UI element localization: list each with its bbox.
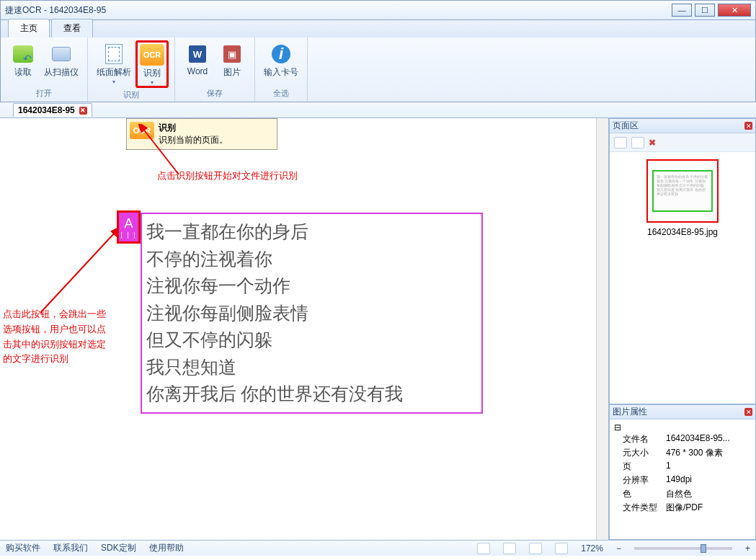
recognize-tooltip: OCR 识别 识别当前的页面。	[126, 118, 277, 150]
annotation-top: 点击识别按钮开始对文件进行识别	[157, 169, 298, 184]
status-link-contact[interactable]: 联系我们	[53, 542, 88, 554]
from-scanner-button[interactable]: 从扫描仪	[41, 40, 81, 86]
view-tool-4[interactable]	[555, 543, 568, 554]
document-view[interactable]: OCR 识别 识别当前的页面。 点击识别按钮开始对文件进行识别 点击此按钮，会跳…	[0, 118, 609, 540]
zoom-slider[interactable]	[634, 547, 732, 550]
ocr-icon: OCR	[130, 122, 154, 139]
close-icon[interactable]: ✕	[79, 107, 87, 115]
close-button[interactable]: ✕	[718, 4, 751, 17]
minimize-button[interactable]: —	[672, 4, 692, 17]
status-link-help[interactable]: 使用帮助	[149, 542, 184, 554]
close-icon[interactable]: ✕	[744, 122, 752, 130]
window-title: 捷速OCR - 1642034E8-95	[5, 4, 106, 17]
delete-icon[interactable]: ✖	[649, 138, 656, 148]
folder-icon	[11, 42, 35, 66]
page-icon	[102, 42, 126, 66]
prop-row: 页1	[613, 460, 752, 474]
group-label-selectall: 全选	[273, 86, 289, 100]
recognize-button[interactable]: OCR 识别 ▾	[135, 40, 169, 88]
group-label-open: 打开	[36, 86, 52, 100]
prop-row: 文件名1642034E8-95...	[613, 432, 752, 446]
view-tool-3[interactable]	[529, 543, 542, 554]
recognition-region[interactable]: 我一直都在你的身后 不停的注视着你 注视你每一个动作 注视你每副侧脸表情 但又不…	[141, 213, 483, 414]
thumbnail-area: 我一直都在你的身后 不停的注视着你 注视你每一个动作 注视你每副侧脸表情 但又不…	[610, 152, 755, 404]
ribbon: 读取 从扫描仪 打开 纸面解析 ▾ OCR 识别 ▾ 识别	[0, 37, 756, 102]
thumbnail-toolbar: ✖	[610, 133, 755, 152]
status-bar: 购买软件 联系我们 SDK定制 使用帮助 172% − +	[0, 540, 756, 556]
title-bar: 捷速OCR - 1642034E8-95 — ☐ ✕	[0, 0, 756, 20]
scanner-icon	[49, 42, 74, 66]
status-link-sdk[interactable]: SDK定制	[101, 542, 136, 554]
chevron-down-icon: ▾	[112, 79, 115, 85]
zoom-out-icon[interactable]: −	[616, 543, 621, 554]
property-tree: ⊟ 文件名1642034E8-95... 元大小476 * 300 像素 页1 …	[610, 419, 755, 517]
props-panel-header: 图片属性 ✕	[610, 405, 755, 419]
save-word-button[interactable]: W Word	[181, 40, 214, 86]
group-label-save: 保存	[207, 86, 223, 100]
svg-line-1	[40, 232, 115, 313]
word-icon: W	[185, 42, 210, 66]
prop-row: 元大小476 * 300 像素	[613, 446, 752, 460]
group-label-recognize: 识别	[123, 88, 139, 102]
vertical-scrollbar[interactable]	[596, 118, 608, 540]
view-tool-1[interactable]	[477, 543, 490, 554]
prop-row: 文件类型图像/PDF	[613, 501, 752, 515]
document-tab[interactable]: 1642034E8-95 ✕	[13, 103, 92, 117]
zoom-value: 172%	[581, 543, 603, 554]
open-button[interactable]: 读取	[6, 40, 40, 86]
view-tool-2[interactable]	[503, 543, 516, 554]
page-thumbnail[interactable]: 我一直都在你的身后 不停的注视着你 注视你每一个动作 注视你每副侧脸表情 但又不…	[646, 159, 719, 223]
status-link-buy[interactable]: 购买软件	[6, 542, 40, 554]
page-analyze-button[interactable]: 纸面解析 ▾	[94, 40, 134, 88]
tree-collapse-icon[interactable]: ⊟	[613, 422, 752, 432]
list-view-button[interactable]	[631, 137, 644, 148]
thumbnail-label: 1642034E8-95.jpg	[647, 227, 718, 237]
document-tab-bar: 1642034E8-95 ✕	[0, 102, 756, 118]
tab-home[interactable]: 主页	[8, 19, 50, 37]
annotation-left: 点击此按钮，会跳出一些选项按钮，用户也可以点击其中的识别按钮对选定的文字进行识别	[3, 307, 111, 367]
chevron-down-icon: ▾	[151, 79, 154, 86]
zoom-in-icon[interactable]: +	[745, 543, 750, 554]
tab-view[interactable]: 查看	[51, 19, 93, 37]
close-icon[interactable]: ✕	[744, 408, 752, 416]
ocr-icon: OCR	[140, 43, 164, 67]
prop-row: 色自然色	[613, 487, 752, 501]
picture-icon: ▣	[220, 42, 244, 66]
prop-row: 分辨率149dpi	[613, 474, 752, 487]
maximize-button[interactable]: ☐	[695, 4, 715, 17]
save-image-button[interactable]: ▣ 图片	[215, 40, 249, 86]
info-icon: i	[269, 42, 293, 66]
enter-card-button[interactable]: i 输入卡号	[261, 40, 301, 86]
region-select-badge[interactable]: A | | |	[117, 210, 141, 244]
pages-panel-header: 页面区 ✕	[610, 119, 755, 133]
thumb-view-button[interactable]	[614, 137, 627, 148]
ribbon-tabs: 主页 查看	[0, 20, 756, 37]
